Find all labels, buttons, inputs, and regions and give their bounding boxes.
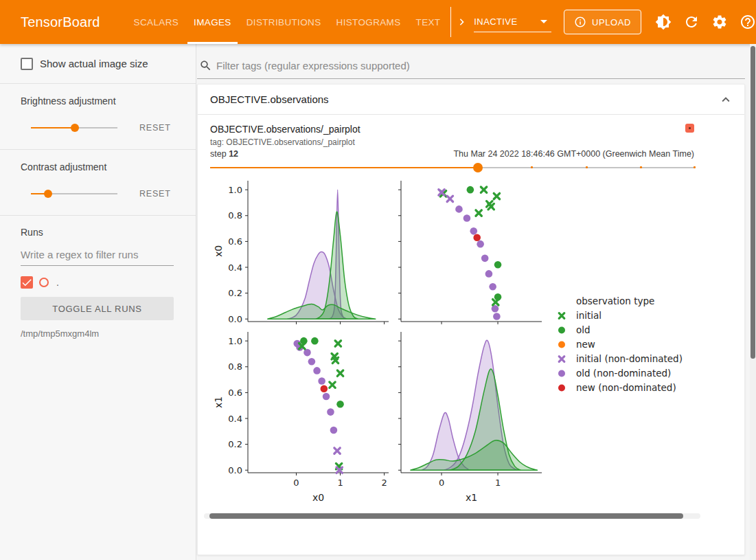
tag-group-card: OBJECTIVE.observations OBJECTIVE.observa… (197, 84, 745, 555)
image-tag: tag: OBJECTIVE.observations/_pairplot (210, 137, 694, 147)
tabs-divider (450, 7, 451, 37)
run-checkbox[interactable] (21, 276, 33, 289)
svg-text:new: new (576, 339, 595, 350)
runs-title: Runs (21, 216, 175, 238)
log-directory-path: /tmp/tmp5mxgm4lm (21, 328, 175, 339)
svg-text:1.0: 1.0 (228, 185, 242, 195)
contrast-label: Contrast adjustment (21, 150, 175, 172)
step-slider-thumb[interactable] (473, 163, 483, 172)
brightness-toggle-button[interactable] (655, 14, 672, 30)
step-slider-tick (586, 166, 588, 168)
svg-text:initial (non-dominated): initial (non-dominated) (576, 353, 683, 364)
svg-text:0: 0 (293, 478, 299, 488)
tab-histograms[interactable]: HISTOGRAMS (329, 0, 409, 44)
toggle-all-runs-button[interactable]: TOGGLE ALL RUNS (21, 297, 174, 320)
sidebar: Show actual image size Brightness adjust… (0, 44, 196, 560)
horizontal-scrollbar-thumb[interactable] (209, 513, 683, 519)
tab-text[interactable]: TEXT (409, 0, 448, 44)
vertical-scrollbar[interactable] (750, 44, 756, 560)
header-icons (655, 14, 756, 30)
caret-down-icon (540, 20, 547, 23)
tag-group-title: OBJECTIVE.observations (210, 93, 329, 105)
check-icon (21, 276, 33, 289)
step-indicator: step 12 (210, 149, 238, 159)
svg-text:0.8: 0.8 (228, 210, 242, 221)
svg-text:old: old (576, 324, 591, 335)
svg-text:x1: x1 (466, 492, 477, 503)
svg-text:0: 0 (439, 478, 444, 488)
tab-distributions[interactable]: DISTRIBUTIONS (239, 0, 329, 44)
gear-icon (711, 14, 728, 30)
svg-text:2: 2 (381, 478, 387, 488)
svg-text:0.0: 0.0 (228, 465, 242, 475)
contrast-reset-button[interactable]: RESET (139, 189, 171, 199)
reload-button[interactable] (683, 14, 700, 30)
step-slider-tick (640, 166, 642, 168)
svg-text:0.6: 0.6 (228, 388, 242, 398)
info-icon (574, 16, 586, 28)
refresh-icon (683, 14, 700, 30)
search-icon (199, 59, 212, 72)
step-slider[interactable] (210, 162, 694, 173)
upload-label: UPLOAD (592, 17, 631, 27)
svg-text:old (non-dominated): old (non-dominated) (576, 368, 671, 379)
svg-text:0.8: 0.8 (228, 361, 242, 372)
brightness-slider[interactable] (31, 123, 117, 133)
svg-text:0.4: 0.4 (228, 414, 242, 424)
svg-text:initial: initial (576, 310, 602, 321)
tab-images[interactable]: IMAGES (186, 0, 239, 44)
horizontal-scrollbar[interactable] (204, 513, 700, 519)
step-slider-tick (694, 166, 696, 168)
brightness-reset-button[interactable]: RESET (139, 123, 171, 133)
tag-group-header[interactable]: OBJECTIVE.observations (198, 85, 744, 115)
app-title: TensorBoard (21, 14, 100, 30)
status-label: INACTIVE (474, 16, 517, 27)
pairplot-image: 0.00.20.40.60.81.0x00120.00.20.40.60.81.… (210, 176, 694, 511)
filter-tags-input[interactable] (216, 60, 745, 71)
svg-text:new (non-dominated): new (non-dominated) (576, 382, 676, 393)
run-list-item: . (21, 275, 175, 290)
image-title: OBJECTIVE.observations/_pairplot (210, 124, 360, 135)
run-name: . (56, 277, 59, 288)
help-icon (740, 14, 756, 30)
svg-text:1: 1 (495, 478, 501, 488)
upload-button[interactable]: UPLOAD (564, 10, 641, 34)
brightness-label: Brightness adjustment (21, 84, 175, 107)
svg-text:1: 1 (337, 478, 343, 488)
svg-text:1.0: 1.0 (228, 336, 242, 346)
svg-text:0.6: 0.6 (228, 236, 242, 247)
brightness-icon (655, 14, 672, 30)
tab-scalars[interactable]: SCALARS (126, 0, 186, 44)
runs-filter-input[interactable] (21, 246, 174, 266)
settings-button[interactable] (711, 14, 728, 30)
tensorboard-app: TensorBoard SCALARSIMAGESDISTRIBUTIONSHI… (0, 0, 756, 560)
show-actual-size-checkbox[interactable] (21, 58, 33, 70)
svg-text:x0: x0 (312, 492, 324, 503)
svg-text:x0: x0 (213, 245, 224, 257)
svg-text:0.4: 0.4 (228, 262, 242, 273)
status-dropdown[interactable]: INACTIVE (474, 12, 551, 32)
show-actual-size-label: Show actual image size (40, 58, 148, 69)
step-slider-tick (531, 166, 533, 168)
plugin-tabs: SCALARSIMAGESDISTRIBUTIONSHISTOGRAMSTEXT (126, 0, 448, 44)
run-color-swatch[interactable] (39, 278, 49, 287)
main-panel: OBJECTIVE.observations OBJECTIVE.observa… (196, 44, 756, 560)
tabs-overflow-chevron-icon[interactable] (455, 14, 468, 30)
svg-text:x1: x1 (213, 396, 224, 408)
svg-text:0.2: 0.2 (228, 439, 242, 449)
svg-text:0.2: 0.2 (228, 288, 242, 298)
app-header: TensorBoard SCALARSIMAGESDISTRIBUTIONSHI… (0, 0, 756, 44)
svg-text:observation type: observation type (576, 295, 654, 306)
collapse-chevron-up-icon[interactable] (718, 92, 733, 107)
run-color-badge (685, 124, 694, 133)
contrast-slider[interactable] (31, 189, 117, 199)
svg-text:0.0: 0.0 (228, 314, 242, 324)
vertical-scrollbar-thumb[interactable] (751, 46, 755, 359)
help-button[interactable] (740, 14, 756, 30)
timestamp: Thu Mar 24 2022 18:46:46 GMT+0000 (Green… (453, 149, 694, 159)
